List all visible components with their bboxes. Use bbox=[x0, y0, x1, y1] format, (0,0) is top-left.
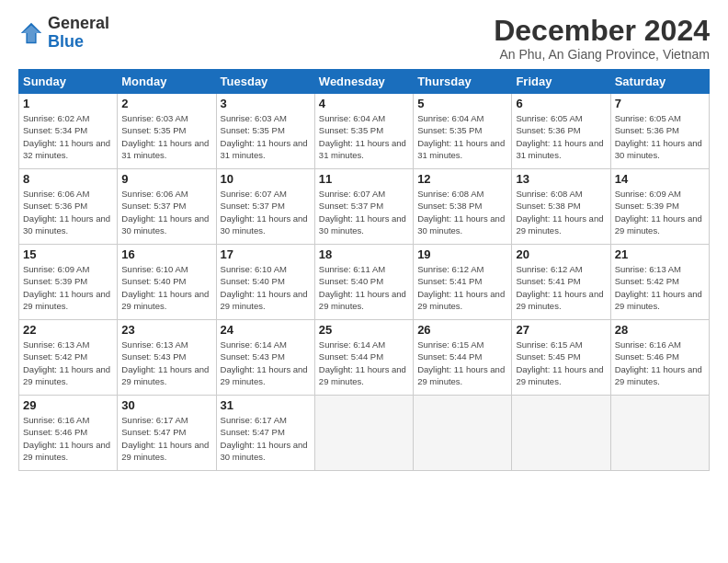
daylight-label: Daylight: 11 hours and 29 minutes. bbox=[221, 364, 308, 386]
day-number: 27 bbox=[516, 323, 606, 337]
day-number: 12 bbox=[417, 172, 507, 186]
day-info: Sunrise: 6:10 AM Sunset: 5:40 PM Dayligh… bbox=[121, 263, 211, 312]
daylight-label: Daylight: 11 hours and 30 minutes. bbox=[23, 213, 110, 236]
sunset-label: Sunset: 5:44 PM bbox=[319, 351, 383, 362]
day-info: Sunrise: 6:15 AM Sunset: 5:44 PM Dayligh… bbox=[417, 339, 507, 387]
sunset-label: Sunset: 5:44 PM bbox=[417, 351, 482, 362]
sunset-label: Sunset: 5:36 PM bbox=[516, 125, 580, 135]
day-number: 22 bbox=[23, 323, 113, 337]
day-info: Sunrise: 6:12 AM Sunset: 5:41 PM Dayligh… bbox=[516, 263, 606, 312]
day-number: 8 bbox=[23, 172, 113, 186]
daylight-label: Daylight: 11 hours and 32 minutes. bbox=[23, 138, 110, 160]
col-thursday: Thursday bbox=[414, 70, 512, 94]
sunrise-label: Sunrise: 6:16 AM bbox=[615, 339, 681, 350]
day-number: 14 bbox=[615, 172, 705, 186]
sunrise-label: Sunrise: 6:06 AM bbox=[23, 189, 89, 199]
day-number: 18 bbox=[319, 247, 409, 261]
sunrise-label: Sunrise: 6:07 AM bbox=[319, 189, 385, 199]
daylight-label: Daylight: 11 hours and 29 minutes. bbox=[221, 289, 308, 311]
calendar-cell: 31 Sunrise: 6:17 AM Sunset: 5:47 PM Dayl… bbox=[216, 396, 314, 471]
day-number: 4 bbox=[319, 97, 409, 110]
logo: General Blue bbox=[18, 15, 109, 52]
calendar-cell: 16 Sunrise: 6:10 AM Sunset: 5:40 PM Dayl… bbox=[118, 245, 216, 320]
day-number: 30 bbox=[121, 398, 211, 412]
sunrise-label: Sunrise: 6:04 AM bbox=[319, 113, 385, 123]
sunset-label: Sunset: 5:46 PM bbox=[23, 427, 87, 437]
sunset-label: Sunset: 5:45 PM bbox=[516, 351, 580, 362]
calendar-cell: 17 Sunrise: 6:10 AM Sunset: 5:40 PM Dayl… bbox=[216, 245, 314, 320]
daylight-label: Daylight: 11 hours and 30 minutes. bbox=[615, 138, 702, 160]
day-info: Sunrise: 6:13 AM Sunset: 5:42 PM Dayligh… bbox=[615, 263, 705, 312]
sunset-label: Sunset: 5:37 PM bbox=[319, 201, 383, 211]
location: An Phu, An Giang Province, Vietnam bbox=[494, 47, 710, 62]
sunset-label: Sunset: 5:43 PM bbox=[121, 351, 186, 362]
day-info: Sunrise: 6:05 AM Sunset: 5:36 PM Dayligh… bbox=[516, 112, 606, 161]
day-number: 31 bbox=[221, 398, 311, 412]
sunset-label: Sunset: 5:41 PM bbox=[516, 276, 580, 286]
sunset-label: Sunset: 5:38 PM bbox=[516, 201, 580, 211]
day-number: 20 bbox=[516, 247, 606, 261]
sunset-label: Sunset: 5:39 PM bbox=[615, 201, 679, 211]
sunrise-label: Sunrise: 6:08 AM bbox=[417, 189, 483, 199]
header: General Blue December 2024 An Phu, An Gi… bbox=[18, 15, 710, 62]
sunrise-label: Sunrise: 6:05 AM bbox=[516, 113, 582, 123]
calendar-cell: 15 Sunrise: 6:09 AM Sunset: 5:39 PM Dayl… bbox=[19, 245, 118, 320]
day-number: 15 bbox=[23, 247, 113, 261]
sunset-label: Sunset: 5:34 PM bbox=[23, 125, 87, 135]
daylight-label: Daylight: 11 hours and 30 minutes. bbox=[319, 213, 406, 236]
calendar-cell: 25 Sunrise: 6:14 AM Sunset: 5:44 PM Dayl… bbox=[314, 320, 413, 396]
calendar-cell: 28 Sunrise: 6:16 AM Sunset: 5:46 PM Dayl… bbox=[610, 320, 709, 396]
sunrise-label: Sunrise: 6:12 AM bbox=[417, 264, 483, 274]
daylight-label: Daylight: 11 hours and 29 minutes. bbox=[615, 364, 702, 386]
daylight-label: Daylight: 11 hours and 30 minutes. bbox=[221, 440, 308, 462]
sunset-label: Sunset: 5:42 PM bbox=[615, 276, 679, 286]
daylight-label: Daylight: 11 hours and 29 minutes. bbox=[121, 440, 209, 462]
sunrise-label: Sunrise: 6:13 AM bbox=[23, 339, 89, 350]
svg-marker-1 bbox=[22, 25, 40, 41]
day-number: 21 bbox=[615, 247, 705, 261]
calendar-cell: 6 Sunrise: 6:05 AM Sunset: 5:36 PM Dayli… bbox=[512, 94, 610, 169]
month-title: December 2024 bbox=[494, 15, 710, 47]
sunrise-label: Sunrise: 6:17 AM bbox=[221, 415, 287, 425]
daylight-label: Daylight: 11 hours and 30 minutes. bbox=[121, 213, 209, 236]
day-info: Sunrise: 6:15 AM Sunset: 5:45 PM Dayligh… bbox=[516, 339, 606, 387]
calendar-week-row-1: 8 Sunrise: 6:06 AM Sunset: 5:36 PM Dayli… bbox=[19, 169, 710, 245]
day-info: Sunrise: 6:11 AM Sunset: 5:40 PM Dayligh… bbox=[319, 263, 409, 312]
sunset-label: Sunset: 5:36 PM bbox=[615, 125, 679, 135]
daylight-label: Daylight: 11 hours and 29 minutes. bbox=[516, 289, 603, 311]
sunrise-label: Sunrise: 6:12 AM bbox=[516, 264, 582, 274]
day-number: 3 bbox=[221, 97, 311, 110]
day-number: 7 bbox=[615, 97, 705, 110]
day-number: 9 bbox=[121, 172, 211, 186]
day-info: Sunrise: 6:06 AM Sunset: 5:37 PM Dayligh… bbox=[121, 188, 211, 236]
sunrise-label: Sunrise: 6:03 AM bbox=[121, 113, 188, 123]
day-number: 28 bbox=[615, 323, 705, 337]
sunrise-label: Sunrise: 6:11 AM bbox=[319, 264, 385, 274]
calendar-cell: 10 Sunrise: 6:07 AM Sunset: 5:37 PM Dayl… bbox=[216, 169, 314, 245]
sunrise-label: Sunrise: 6:03 AM bbox=[221, 113, 287, 123]
sunset-label: Sunset: 5:40 PM bbox=[121, 276, 186, 286]
sunset-label: Sunset: 5:35 PM bbox=[221, 125, 285, 135]
day-info: Sunrise: 6:17 AM Sunset: 5:47 PM Dayligh… bbox=[221, 414, 311, 463]
day-number: 11 bbox=[319, 172, 409, 186]
sunrise-label: Sunrise: 6:07 AM bbox=[221, 189, 287, 199]
day-info: Sunrise: 6:03 AM Sunset: 5:35 PM Dayligh… bbox=[121, 112, 211, 161]
sunrise-label: Sunrise: 6:13 AM bbox=[121, 339, 188, 350]
daylight-label: Daylight: 11 hours and 29 minutes. bbox=[319, 289, 406, 311]
logo-text: General Blue bbox=[48, 15, 109, 52]
sunrise-label: Sunrise: 6:14 AM bbox=[221, 339, 287, 350]
calendar-cell bbox=[610, 396, 709, 471]
daylight-label: Daylight: 11 hours and 31 minutes. bbox=[121, 138, 209, 160]
calendar-table: Sunday Monday Tuesday Wednesday Thursday… bbox=[18, 69, 710, 471]
calendar-cell bbox=[414, 396, 512, 471]
sunrise-label: Sunrise: 6:08 AM bbox=[516, 189, 582, 199]
daylight-label: Daylight: 11 hours and 29 minutes. bbox=[121, 289, 209, 311]
logo-blue-text: Blue bbox=[48, 33, 109, 52]
sunset-label: Sunset: 5:39 PM bbox=[23, 276, 87, 286]
daylight-label: Daylight: 11 hours and 31 minutes. bbox=[319, 138, 406, 160]
daylight-label: Daylight: 11 hours and 31 minutes. bbox=[516, 138, 603, 160]
sunset-label: Sunset: 5:40 PM bbox=[221, 276, 285, 286]
daylight-label: Daylight: 11 hours and 30 minutes. bbox=[417, 213, 505, 236]
sunset-label: Sunset: 5:42 PM bbox=[23, 351, 87, 362]
daylight-label: Daylight: 11 hours and 30 minutes. bbox=[221, 213, 308, 236]
